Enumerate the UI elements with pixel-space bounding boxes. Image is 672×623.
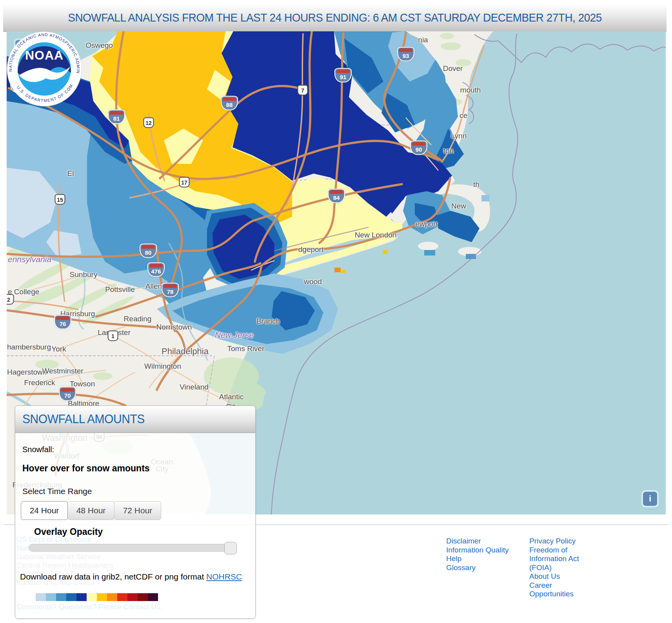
- interstate-shield-93: 93: [397, 47, 414, 62]
- nohrsc-link[interactable]: NOHRSC: [206, 572, 242, 581]
- legend-color-2: [56, 593, 66, 601]
- city-label: Frederick: [24, 379, 55, 387]
- city-label: wood: [304, 277, 321, 286]
- us-route-shield-2: 2: [7, 294, 14, 305]
- snowfall-panel-header: SNOWFALL AMOUNTS: [15, 406, 255, 433]
- time-button-48[interactable]: 48 Hour: [67, 501, 114, 520]
- footer-link-information-quality[interactable]: Information Quality: [446, 546, 525, 555]
- opacity-slider[interactable]: [29, 544, 236, 552]
- city-label: Reading: [124, 315, 152, 323]
- city-label: Hagerstown: [7, 368, 47, 377]
- info-button[interactable]: i: [643, 492, 657, 506]
- legend-color-7: [107, 593, 117, 601]
- city-label: ton: [443, 147, 454, 155]
- city-label: Sunbury: [70, 270, 98, 279]
- city-label: Oswego: [85, 41, 113, 50]
- legend-color-8: [117, 593, 127, 601]
- interstate-shield-81: 81: [108, 110, 125, 124]
- city-label: Branch: [256, 317, 280, 326]
- opacity-slider-knob[interactable]: [224, 542, 237, 554]
- us-route-shield-7: 7: [298, 85, 308, 96]
- hover-instruction: Hover over for snow amounts: [22, 463, 150, 474]
- info-button-wrap: i: [641, 490, 659, 507]
- snowfall-panel: SNOWFALL AMOUNTS Snowfall: Hover over fo…: [15, 406, 256, 619]
- city-label: ewport: [415, 220, 438, 228]
- time-button-72[interactable]: 72 Hour: [114, 501, 161, 520]
- noaa-logo-text: NOAA: [25, 48, 64, 62]
- us-route-shield-1: 1: [108, 331, 118, 341]
- legend-color-1: [46, 593, 56, 601]
- city-label: New: [451, 202, 466, 210]
- snowfall-legend: [36, 593, 158, 601]
- interstate-shield-90: 90: [410, 141, 427, 155]
- legend-color-6: [97, 593, 107, 601]
- overlay-opacity-label: Overlay Opacity: [34, 527, 103, 537]
- interstate-shield-78: 78: [162, 283, 179, 297]
- us-route-shield-15: 15: [55, 194, 65, 205]
- city-label: Vineland: [180, 383, 209, 391]
- interstate-shield-88: 88: [221, 96, 238, 110]
- interstate-shield-70: 70: [59, 387, 76, 401]
- interstate-shield-476: 476: [147, 263, 165, 277]
- city-label: Philadelphia: [162, 346, 209, 357]
- footer-link-help[interactable]: Help: [446, 554, 525, 563]
- time-range-buttons: 24 Hour48 Hour72 Hour: [21, 501, 161, 520]
- legend-color-10: [138, 593, 148, 601]
- footer-link-glossary[interactable]: Glossary: [446, 563, 525, 572]
- legend-color-0: [36, 593, 46, 601]
- footer-link-freedom-of-information-act-foia-[interactable]: Freedom of Information Act (FOIA): [529, 546, 598, 572]
- us-route-shield-17: 17: [179, 177, 190, 188]
- city-label: Pottsville: [105, 285, 135, 294]
- snowfall-label: Snowfall:: [22, 445, 54, 454]
- download-text: Download raw data in grib2, netCDF or pn…: [20, 572, 242, 581]
- page: SNOWFALL ANALYSIS FROM THE LAST 24 HOURS…: [0, 0, 672, 623]
- time-range-label: Select Time Range: [22, 487, 92, 496]
- interstate-shield-84: 84: [328, 189, 345, 203]
- page-title-bar: SNOWFALL ANALYSIS FROM THE LAST 24 HOURS…: [3, 4, 667, 32]
- time-button-24[interactable]: 24 Hour: [21, 501, 68, 520]
- footer-link-career-opportunities[interactable]: Career Opportunities: [529, 581, 598, 599]
- city-label: Toms River: [227, 344, 264, 353]
- city-label: dgeport: [298, 245, 323, 254]
- interstate-shield-76: 76: [54, 315, 71, 330]
- city-label: hambersburg: [7, 343, 51, 351]
- city-label: Lynn: [451, 132, 467, 140]
- download-label: Download raw data in grib2, netCDF or pn…: [20, 572, 206, 581]
- city-label: New London: [355, 231, 397, 239]
- footer-link-about-us[interactable]: About Us: [529, 572, 598, 581]
- legend-color-11: [148, 593, 158, 601]
- city-label: Westminster: [42, 367, 83, 375]
- noaa-logo: NOAA NATIONAL OCEANIC AND ATMOSPHERIC AD…: [7, 31, 82, 107]
- city-label: El: [67, 169, 74, 178]
- footer-links-col1: DisclaimerInformation QualityHelpGlossar…: [446, 537, 525, 572]
- us-route-shield-12: 12: [143, 118, 154, 128]
- city-label: Wilmington: [144, 362, 181, 371]
- city-label: mouth: [460, 86, 481, 94]
- page-title: SNOWFALL ANALYSIS FROM THE LAST 24 HOURS…: [68, 11, 602, 24]
- city-label: York: [51, 345, 66, 353]
- city-label: ennsylvania: [8, 255, 51, 264]
- interstate-shield-91: 91: [334, 68, 352, 83]
- legend-color-5: [87, 593, 97, 601]
- city-label: th: [473, 180, 479, 189]
- footer-link-disclaimer[interactable]: Disclaimer: [446, 537, 525, 546]
- footer-link-privacy-policy[interactable]: Privacy Policy: [529, 537, 598, 546]
- city-label: Norristown: [156, 323, 192, 331]
- footer-links-col2: Privacy PolicyFreedom of Information Act…: [529, 537, 598, 599]
- snowfall-panel-title: SNOWFALL AMOUNTS: [22, 412, 145, 426]
- legend-color-9: [127, 593, 138, 601]
- city-label: New Jerse: [215, 330, 254, 340]
- legend-color-3: [66, 593, 76, 601]
- city-label: Dover: [443, 64, 463, 73]
- city-label: ce: [460, 111, 467, 120]
- city-label: nia: [418, 36, 428, 44]
- interstate-shield-80: 80: [140, 244, 157, 258]
- legend-color-4: [76, 593, 87, 601]
- city-label: Atlantic: [219, 393, 243, 401]
